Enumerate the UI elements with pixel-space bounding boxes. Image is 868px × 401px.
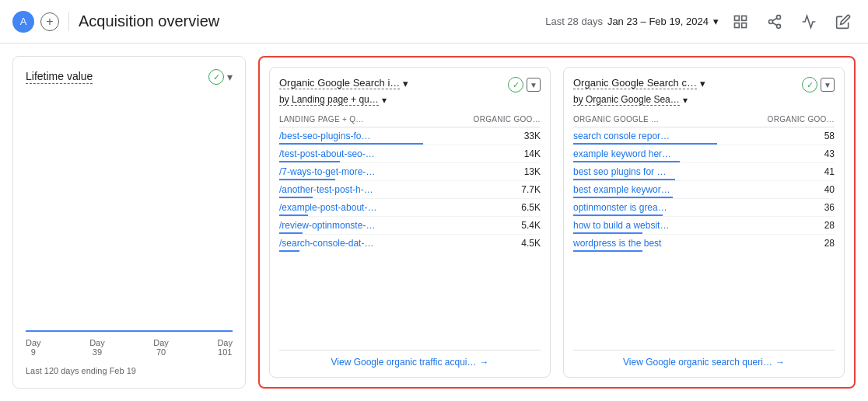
row-label[interactable]: /another-test-post-h-… — [279, 184, 494, 195]
card1-footer-link[interactable]: View Google organic traffic acqui… → — [331, 357, 489, 368]
card1-table-header: LANDING PAGE + Q… ORGANIC GOO… — [279, 112, 541, 127]
table-row: /review-optinmonste-… 5.4K — [279, 217, 541, 235]
table-row: /another-test-post-h-… 7.7K — [279, 181, 541, 199]
card2-table-body: search console repor… 58 example keyword… — [573, 127, 835, 252]
row-value: 7.7K — [494, 184, 541, 195]
row-label[interactable]: search console repor… — [573, 131, 788, 141]
lifetime-value-panel: Lifetime value ✓ ▾ Day 9 Day 39 Day 70 — [12, 56, 246, 389]
row-bar — [573, 214, 663, 216]
svg-point-4 — [777, 15, 781, 19]
panel-title: Lifetime value — [26, 70, 93, 84]
card1-filter-icon[interactable]: ▼ — [527, 78, 541, 92]
table-row: /example-post-about-… 6.5K — [279, 199, 541, 217]
card1-title-dropdown[interactable]: ▾ — [403, 78, 408, 89]
row-label[interactable]: /review-optinmonste-… — [279, 220, 494, 231]
panel-controls: ✓ ▾ — [208, 69, 233, 85]
row-value: 14K — [494, 148, 541, 159]
table-row: /search-console-dat-… 4.5K — [279, 235, 541, 252]
table-row: search console repor… 58 — [573, 127, 835, 145]
row-value: 43 — [788, 148, 835, 159]
table-row: example keyword her… 43 — [573, 145, 835, 163]
svg-point-5 — [769, 19, 773, 23]
card1-col-right-header: ORGANIC GOO… — [474, 115, 541, 124]
card1-title: Organic Google Search i… ▾ — [279, 77, 408, 89]
card2-title-row: Organic Google Search c… ▾ ✓ ▼ — [573, 77, 835, 92]
main-content: Lifetime value ✓ ▾ Day 9 Day 39 Day 70 — [0, 44, 868, 401]
card2-title-dropdown[interactable]: ▾ — [700, 78, 705, 89]
card1-subtitle-text[interactable]: by Landing page + qu… — [279, 94, 379, 106]
page-title: Acquisition overview — [79, 12, 545, 30]
row-label[interactable]: optinmonster is grea… — [573, 202, 788, 213]
panel-dropdown-arrow[interactable]: ▾ — [227, 71, 233, 83]
table-row: how to build a websit… 28 — [573, 217, 835, 235]
share-button[interactable] — [762, 9, 787, 34]
row-bar — [573, 143, 717, 145]
date-range-picker[interactable]: Last 28 days Jan 23 – Feb 19, 2024 ▾ — [545, 16, 719, 27]
chart-area: Day 9 Day 39 Day 70 Day 101 Last 120 day… — [26, 94, 233, 375]
row-bar — [573, 250, 642, 252]
svg-line-7 — [772, 23, 777, 25]
svg-rect-2 — [735, 23, 740, 27]
avatar[interactable]: A — [12, 11, 34, 33]
x-axis-item: Day 70 — [153, 338, 169, 357]
row-label[interactable]: wordpress is the best — [573, 238, 788, 249]
x-axis-item: Day 9 — [26, 338, 41, 357]
row-label[interactable]: /search-console-dat-… — [279, 238, 494, 249]
svg-point-6 — [777, 24, 781, 28]
card1-table: LANDING PAGE + Q… ORGANIC GOO… /best-seo… — [279, 112, 541, 350]
row-label[interactable]: /test-post-about-seo-… — [279, 148, 494, 159]
card1-title-row: Organic Google Search i… ▾ ✓ ▼ — [279, 77, 541, 92]
row-label[interactable]: /best-seo-plugins-fo… — [279, 131, 494, 141]
row-value: 41 — [788, 166, 835, 177]
table-row: wordpress is the best 28 — [573, 235, 835, 252]
card2-footer-link[interactable]: View Google organic search queri… → — [623, 357, 785, 368]
row-label[interactable]: /example-post-about-… — [279, 202, 494, 213]
last-days-note: Last 120 days ending Feb 19 — [26, 366, 233, 375]
organic-search-card-2: Organic Google Search c… ▾ ✓ ▼ by Organi… — [563, 67, 845, 378]
card1-table-body: /best-seo-plugins-fo… 33K /test-post-abo… — [279, 127, 541, 252]
card2-filter-icon[interactable]: ▼ — [821, 78, 835, 92]
x-axis: Day 9 Day 39 Day 70 Day 101 — [26, 338, 233, 357]
row-label[interactable]: /7-ways-to-get-more-… — [279, 166, 494, 177]
row-label[interactable]: example keyword her… — [573, 148, 788, 159]
add-button[interactable]: + — [40, 12, 59, 31]
analytics-icon-button[interactable] — [796, 9, 821, 34]
card2-table-header: ORGANIC GOOGLE … ORGANIC GOO… — [573, 112, 835, 127]
green-check-icon[interactable]: ✓ — [208, 69, 224, 85]
card2-title-text[interactable]: Organic Google Search c… — [573, 77, 697, 89]
row-value: 13K — [494, 166, 541, 177]
card2-subtitle-dropdown[interactable]: ▾ — [683, 95, 688, 106]
card2-subtitle-text[interactable]: by Organic Google Sea… — [573, 94, 680, 106]
row-label[interactable]: best example keywor… — [573, 184, 788, 195]
card2-footer: View Google organic search queri… → — [573, 350, 835, 368]
card1-subtitle: by Landing page + qu… ▾ — [279, 94, 541, 106]
card1-check-icon[interactable]: ✓ — [508, 77, 523, 92]
row-label[interactable]: how to build a websit… — [573, 220, 788, 231]
card1-footer: View Google organic traffic acqui… → — [279, 350, 541, 368]
card2-icons: ✓ ▼ — [802, 77, 835, 92]
svg-line-8 — [772, 18, 777, 20]
row-bar — [573, 179, 675, 180]
row-value: 28 — [788, 238, 835, 249]
row-bar — [279, 197, 313, 198]
header: A + Acquisition overview Last 28 days Ja… — [0, 0, 868, 44]
card2-check-icon[interactable]: ✓ — [802, 77, 817, 92]
row-value: 40 — [788, 184, 835, 195]
row-label[interactable]: best seo plugins for … — [573, 166, 788, 177]
table-row: /best-seo-plugins-fo… 33K — [279, 127, 541, 145]
table-row: optinmonster is grea… 36 — [573, 199, 835, 217]
right-panels-container: Organic Google Search i… ▾ ✓ ▼ by Landin… — [258, 56, 856, 389]
card2-table: ORGANIC GOOGLE … ORGANIC GOO… search con… — [573, 112, 835, 350]
row-bar — [279, 214, 308, 216]
card1-title-text[interactable]: Organic Google Search i… — [279, 77, 400, 89]
row-value: 33K — [494, 131, 541, 141]
table-view-button[interactable] — [728, 9, 753, 34]
edit-button[interactable] — [831, 9, 856, 34]
card1-subtitle-dropdown[interactable]: ▾ — [382, 95, 387, 106]
row-value: 36 — [788, 202, 835, 213]
row-value: 5.4K — [494, 220, 541, 231]
card1-icons: ✓ ▼ — [508, 77, 541, 92]
table-row: best seo plugins for … 41 — [573, 163, 835, 181]
svg-rect-1 — [742, 16, 747, 20]
row-bar — [279, 143, 423, 145]
